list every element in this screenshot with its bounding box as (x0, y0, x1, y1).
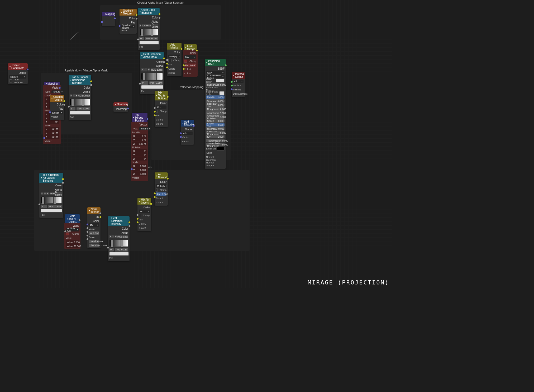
socket[interactable] (86, 227, 89, 229)
socket[interactable] (99, 216, 102, 218)
socket[interactable] (231, 84, 233, 87)
socket[interactable] (114, 17, 116, 20)
node-adddist[interactable]: ▾Add DistortionVectorAddVectorVector (181, 120, 194, 145)
socket[interactable] (166, 59, 168, 61)
socket[interactable] (154, 196, 156, 198)
socket[interactable] (86, 223, 89, 226)
node-topbot[interactable]: ▾Top & Bottom Reflections BlendingColorA… (69, 75, 91, 120)
node-hdmask[interactable]: ▾Heat Distortion Alpha MaskColorAlpha+−▾… (140, 52, 164, 94)
node-addmasks[interactable]: ▾Add MasksColorMultiplyClampFacColor1Col… (167, 43, 182, 76)
socket[interactable] (183, 68, 185, 70)
socket[interactable] (150, 203, 152, 205)
socket[interactable] (180, 48, 183, 50)
socket[interactable] (163, 61, 165, 63)
socket[interactable] (63, 100, 65, 102)
node-topmir[interactable]: ▾Top Mirage PositionVectorType:TextureLo… (132, 113, 147, 180)
socket[interactable] (137, 38, 139, 41)
socket[interactable] (128, 221, 131, 224)
socket[interactable] (63, 104, 65, 106)
node-gradtex1[interactable]: ▾Gradient TextureColorFacQuadratic spher… (120, 9, 137, 34)
socket[interactable] (196, 49, 198, 52)
socket[interactable] (158, 13, 161, 15)
socket[interactable] (90, 84, 92, 86)
socket[interactable] (107, 246, 109, 249)
socket[interactable] (86, 234, 89, 237)
socket[interactable] (158, 17, 161, 19)
socket[interactable] (99, 212, 102, 215)
node-geom[interactable]: ▾GeometryIncoming (113, 102, 128, 112)
socket[interactable] (26, 68, 29, 71)
socket[interactable] (180, 136, 182, 138)
socket[interactable] (231, 81, 233, 83)
socket[interactable] (62, 182, 64, 184)
node-outeredge[interactable]: ▾Outer Edge BlendingColorAlpha+−▾RGBB-Sp… (138, 8, 160, 50)
node-airnorm[interactable]: ▾Air NormalColorMultiplyClampFac1.000Col… (155, 172, 168, 206)
socket[interactable] (68, 105, 70, 108)
socket[interactable] (180, 132, 182, 134)
socket[interactable] (86, 238, 89, 240)
socket[interactable] (78, 219, 81, 221)
node-bsdf[interactable]: ▾Principled BSDFBSDFGGXChristensen-Burle… (205, 59, 226, 169)
socket[interactable] (118, 25, 121, 27)
socket[interactable] (136, 214, 139, 216)
socket[interactable] (139, 83, 141, 85)
socket[interactable] (225, 64, 227, 66)
socket[interactable] (166, 96, 169, 98)
socket[interactable] (183, 64, 185, 66)
socket[interactable] (127, 107, 129, 110)
socket[interactable] (136, 217, 139, 220)
node-mixtb[interactable]: ▾Mix Top & BottomColorMixClampFacColor1C… (155, 91, 168, 127)
node-airlayer[interactable]: ▾Top & Bottom Air Layers BlendingColorAl… (39, 173, 63, 218)
socket[interactable] (38, 203, 41, 206)
socket[interactable] (49, 111, 51, 113)
socket[interactable] (64, 230, 66, 233)
socket[interactable] (154, 192, 156, 195)
socket[interactable] (146, 118, 149, 120)
node-hdint[interactable]: ▾Heat Distortion IntensityColorAlpha+−▾R… (108, 216, 130, 261)
title-label: MIRAGE (PROJECTION) (308, 279, 389, 286)
node-gradtex2[interactable]: ▾Gradient TextureColorFacLinearVector (50, 95, 64, 120)
socket[interactable] (166, 62, 168, 65)
socket[interactable] (154, 114, 156, 117)
socket[interactable] (166, 66, 168, 69)
socket[interactable] (193, 125, 195, 127)
socket[interactable] (62, 178, 64, 180)
socket[interactable] (131, 168, 133, 170)
socket[interactable] (154, 107, 156, 109)
socket[interactable] (231, 88, 233, 90)
node-scaleh[interactable]: ▾Scale and H. Distor...ValueMultiply Add… (65, 214, 80, 248)
socket[interactable] (101, 21, 103, 23)
node-noise[interactable]: ▾Noise TextureFacColor4DVectorW1.090Scal… (87, 207, 101, 248)
socket[interactable] (43, 137, 45, 139)
node-map1[interactable]: ▾Mapping (102, 12, 115, 26)
node-matout[interactable]: ▾Material OutputAllSurfaceVolumeDisplace… (232, 72, 245, 97)
socket[interactable] (135, 17, 138, 20)
socket[interactable] (163, 57, 165, 60)
node-fademir[interactable]: ▾Fade MirageColorMixClampFac0.050Color1C… (184, 44, 197, 76)
node-mixair[interactable]: ▾Mix Air LayersColorMixClampFacColor1Col… (137, 198, 151, 231)
socket[interactable] (136, 221, 139, 224)
socket[interactable] (59, 87, 61, 89)
socket[interactable] (135, 14, 138, 16)
socket[interactable] (86, 231, 89, 233)
socket[interactable] (166, 177, 169, 180)
node-texcoord[interactable]: ▾Texture CoordinateObjectObject:From Ins… (8, 63, 28, 84)
socket[interactable] (90, 80, 92, 83)
socket[interactable] (154, 110, 156, 113)
frame-f1: Circular Alpha Mask (Outer Bounds) (100, 5, 221, 40)
socket[interactable] (128, 225, 131, 227)
